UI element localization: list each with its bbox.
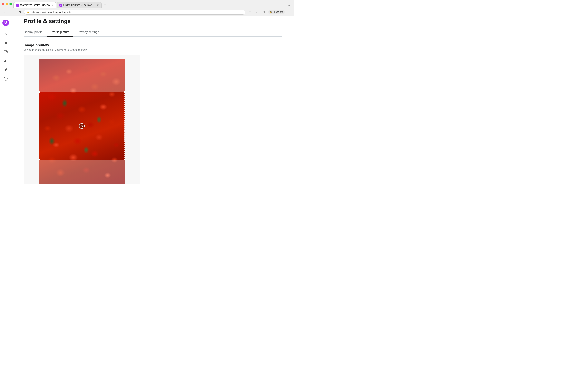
image-crop-container[interactable]: ⊕	[24, 55, 140, 184]
browser-tabs: U WordPress Basics | Udemy ✕ U Online Co…	[13, 2, 292, 8]
close-button[interactable]	[2, 3, 4, 5]
crop-wrapper[interactable]: ⊕	[39, 59, 125, 184]
new-tab-button[interactable]: +	[102, 2, 108, 8]
incognito-badge: 🕵 Incognito	[268, 10, 285, 14]
message-icon	[4, 50, 8, 55]
sidebar-logo[interactable]: U	[2, 20, 9, 26]
extensions-icon[interactable]: ⊞	[261, 9, 267, 15]
toolbar-icons: ⊡ ☆ ⊞ 🕵 Incognito ⋮	[247, 9, 292, 15]
address-field[interactable]: 🔒 udemy.com/instructor/profile/photo/	[24, 9, 245, 15]
back-button[interactable]: ‹	[2, 9, 8, 15]
app-layout: U ⌂	[0, 16, 294, 184]
lock-icon: 🔒	[27, 11, 30, 13]
flower-image	[39, 59, 125, 184]
cast-icon[interactable]: ⊡	[247, 9, 253, 15]
address-bar-row: ‹ › ↻ 🔒 udemy.com/instructor/profile/pho…	[0, 8, 294, 16]
home-icon: ⌂	[4, 32, 7, 36]
tab-privacy-settings[interactable]: Privacy settings	[73, 28, 103, 37]
svg-rect-2	[5, 44, 6, 44]
sidebar-item-messages[interactable]	[2, 48, 10, 56]
section-title: Image preview	[24, 43, 282, 48]
sidebar: U ⌂	[0, 16, 11, 184]
bell-icon	[4, 41, 8, 46]
tab-title-2: Online Courses - Learn Anythi...	[63, 4, 95, 7]
tab-favicon-1: U	[16, 4, 19, 7]
address-text: udemy.com/instructor/profile/photo/	[31, 11, 243, 14]
maximize-button[interactable]	[9, 3, 12, 5]
sidebar-item-notifications[interactable]	[2, 39, 10, 47]
browser-tab-2[interactable]: U Online Courses - Learn Anythi... ✕	[57, 2, 102, 8]
profile-tabs: Udemy profile Profile picture Privacy se…	[24, 28, 282, 37]
menu-button[interactable]: ⋮	[286, 9, 292, 15]
svg-rect-0	[4, 42, 7, 42]
reload-button[interactable]: ↻	[17, 9, 22, 15]
forward-button[interactable]: ›	[9, 9, 15, 15]
tab-udemy-profile[interactable]: Udemy profile	[24, 28, 47, 37]
tab-close-1[interactable]: ✕	[51, 4, 54, 7]
sidebar-item-tools[interactable]	[2, 66, 10, 74]
bookmark-icon[interactable]: ☆	[254, 9, 260, 15]
browser-tab-1[interactable]: U WordPress Basics | Udemy ✕	[13, 2, 56, 8]
sidebar-item-home[interactable]: ⌂	[2, 30, 10, 38]
incognito-label: Incognito	[273, 11, 283, 13]
traffic-lights	[2, 3, 12, 5]
tab-profile-picture[interactable]: Profile picture	[47, 28, 74, 37]
svg-rect-5	[5, 60, 6, 62]
page-content: Profile & settings Udemy profile Profile…	[11, 16, 294, 184]
sidebar-item-analytics[interactable]	[2, 57, 10, 65]
tab-favicon-2: U	[60, 4, 62, 7]
page-title: Profile & settings	[24, 16, 282, 28]
svg-rect-4	[4, 61, 5, 62]
tab-overflow-button[interactable]: ⌄	[286, 2, 292, 8]
minimize-button[interactable]	[6, 3, 8, 5]
tools-icon	[4, 68, 8, 73]
image-preview-section: Image preview Minimum 200x200 pixels, Ma…	[24, 43, 282, 184]
section-subtitle: Minimum 200x200 pixels, Maximum 6000x600…	[24, 48, 282, 51]
analytics-icon	[4, 59, 8, 64]
svg-rect-6	[7, 59, 7, 62]
svg-text:?: ?	[5, 77, 6, 80]
tab-close-2[interactable]: ✕	[96, 4, 99, 7]
tab-title-1: WordPress Basics | Udemy	[20, 4, 50, 7]
sidebar-item-help[interactable]: ?	[2, 75, 10, 83]
svg-rect-1	[5, 42, 7, 44]
incognito-icon: 🕵	[269, 11, 273, 13]
browser-chrome: U WordPress Basics | Udemy ✕ U Online Co…	[0, 0, 294, 8]
help-icon: ?	[4, 77, 8, 82]
